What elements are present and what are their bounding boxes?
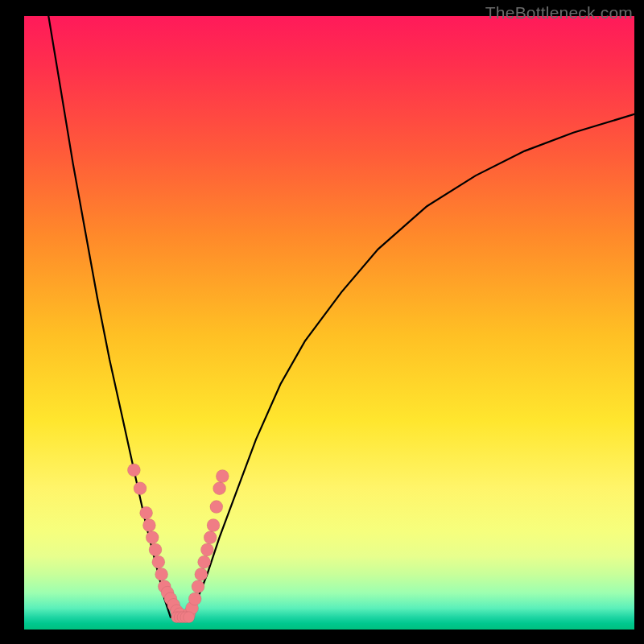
- marker-dot: [204, 531, 217, 544]
- marker-dot: [210, 501, 223, 514]
- marker-dot: [207, 519, 220, 532]
- marker-dot: [213, 482, 226, 495]
- right-branch-curve: [189, 114, 634, 617]
- marker-dot: [146, 531, 159, 544]
- marker-dot: [155, 568, 168, 580]
- marker-dot: [140, 506, 153, 519]
- marker-dot: [192, 580, 204, 593]
- plot-area: [24, 16, 634, 630]
- marker-dot: [134, 482, 147, 495]
- watermark-text: TheBottleneck.com: [485, 3, 633, 23]
- marker-dot: [184, 612, 195, 623]
- marker-dot: [127, 464, 140, 477]
- marker-group: [127, 464, 229, 623]
- chart-frame: TheBottleneck.com: [0, 0, 644, 644]
- marker-dot: [142, 519, 155, 532]
- marker-dot: [200, 543, 213, 556]
- marker-dot: [188, 592, 201, 605]
- marker-dot: [195, 568, 208, 580]
- marker-dot: [152, 555, 165, 568]
- marker-dot: [149, 543, 162, 556]
- marker-dot: [198, 555, 211, 568]
- curve-layer: [24, 16, 634, 630]
- marker-dot: [216, 470, 229, 483]
